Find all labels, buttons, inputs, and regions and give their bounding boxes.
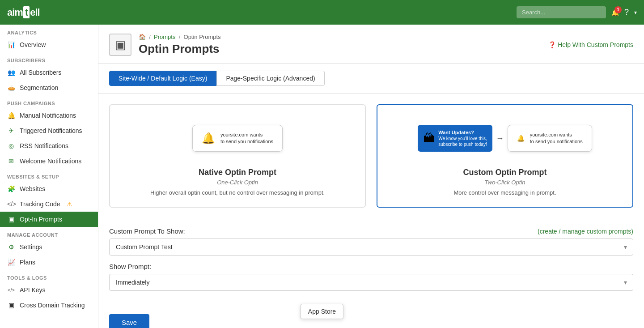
custom-card-subtitle: Two-Click Optin <box>485 179 525 186</box>
native-prompt-card[interactable]: 🔔 yoursite.com wants to send you notific… <box>109 104 366 208</box>
custom-bell-icon: 🔔 <box>517 135 525 142</box>
websites-icon: 🧩 <box>7 185 15 192</box>
manage-custom-prompts-link[interactable]: (create / manage custom prompts) <box>538 228 633 235</box>
sidebar-label-opt-in-prompts: Opt-In Prompts <box>20 216 62 223</box>
native-prompt-preview: 🔔 yoursite.com wants to send you notific… <box>192 125 283 152</box>
sidebar: ANALYTICS 📊 Overview SUBSCRIBERS 👥 All S… <box>0 25 98 328</box>
native-site-text: yoursite.com wants <box>220 132 273 138</box>
sidebar-label-rss-notifications: RSS Notifications <box>20 142 68 149</box>
custom-prompt-image: 🏔 Want Updates? We know you'll love this… <box>418 116 592 161</box>
native-prompt-text: yoursite.com wants to send you notificat… <box>220 132 273 145</box>
content-header: ▣ 🏠 / Prompts / Optin Prompts Optin Prom… <box>98 25 644 64</box>
sidebar-item-triggered-notifications[interactable]: ✈ Triggered Notifications <box>0 123 98 138</box>
opt-in-prompts-icon: ▣ <box>7 216 15 223</box>
custom-prompt-label: Custom Prompt To Show: <box>109 227 185 235</box>
sidebar-item-welcome-notifications[interactable]: ✉ Welcome Notifications <box>0 153 98 169</box>
title-area: 🏠 / Prompts / Optin Prompts Optin Prompt… <box>139 34 221 56</box>
tracking-code-warning-icon: ⚠ <box>67 200 72 208</box>
segmentation-icon: 🥧 <box>7 84 15 91</box>
mountain-icon: 🏔 <box>423 131 435 145</box>
top-bar-search[interactable] <box>517 6 606 18</box>
app-store-tooltip: App Store <box>301 304 343 319</box>
app-store-label: App Store <box>308 308 336 315</box>
sidebar-label-overview: Overview <box>20 41 46 48</box>
sidebar-label-manual-notifications: Manual Notifications <box>20 112 76 119</box>
page-icon: ▣ <box>109 34 131 56</box>
custom-card-title: Custom Optin Prompt <box>463 168 547 177</box>
native-card-subtitle: One-Click Optin <box>217 179 258 186</box>
sidebar-section-analytics: ANALYTICS <box>0 25 98 37</box>
sidebar-item-overview[interactable]: 📊 Overview <box>0 37 98 52</box>
custom-prompt-preview: 🏔 Want Updates? We know you'll love this… <box>418 125 592 152</box>
sidebar-label-welcome-notifications: Welcome Notifications <box>20 158 81 165</box>
show-prompt-label-row: Show Prompt: <box>109 263 633 270</box>
logo-text: aimtell <box>7 7 40 18</box>
home-icon: 🏠 <box>139 34 146 40</box>
manual-notif-icon: 🔔 <box>7 112 15 119</box>
sidebar-item-websites[interactable]: 🧩 Websites <box>0 181 98 196</box>
sidebar-label-cross-domain-tracking: Cross Domain Tracking <box>20 302 85 309</box>
native-prompt-image: 🔔 yoursite.com wants to send you notific… <box>192 116 283 161</box>
custom-card-description: More control over messaging in prompt. <box>453 189 556 196</box>
logo: aimtell <box>7 7 40 18</box>
all-subscribers-icon: 👥 <box>7 69 15 76</box>
custom-followup-text: yoursite.com wants to send you notificat… <box>530 132 583 145</box>
custom-prompt-card[interactable]: 🏔 Want Updates? We know you'll love this… <box>377 104 633 208</box>
breadcrumb: 🏠 / Prompts / Optin Prompts <box>139 34 221 40</box>
page-title: Optin Prompts <box>139 42 221 56</box>
sidebar-label-tracking-code: Tracking Code <box>20 200 60 208</box>
custom-site-text: yoursite.com wants <box>530 132 583 138</box>
account-dropdown[interactable]: ▾ <box>634 9 637 16</box>
custom-prompt-select[interactable]: Custom Prompt Test <box>109 239 633 256</box>
settings-icon: ⚙ <box>7 243 15 251</box>
sidebar-label-settings: Settings <box>20 243 42 251</box>
custom-main-text: Want Updates? We know you'll love this, … <box>438 129 487 147</box>
sidebar-section-push-campaigns: PUSH CAMPAIGNS <box>0 95 98 108</box>
custom-main-box: 🏔 Want Updates? We know you'll love this… <box>418 125 492 152</box>
custom-want-updates: Want Updates? <box>438 130 474 135</box>
cards-area: 🔔 yoursite.com wants to send you notific… <box>98 94 644 218</box>
sidebar-item-opt-in-prompts[interactable]: ▣ Opt-In Prompts <box>0 212 98 227</box>
custom-prompt-select-wrapper: Custom Prompt Test <box>109 239 633 256</box>
sidebar-item-api-keys[interactable]: </> API Keys <box>0 282 98 298</box>
tracking-code-icon: </> <box>7 200 15 208</box>
notification-badge: 1 <box>614 6 622 13</box>
sidebar-item-all-subscribers[interactable]: 👥 All Subscribers <box>0 65 98 80</box>
breadcrumb-prompts[interactable]: Prompts <box>154 34 175 40</box>
custom-sub1: We know you'll love this, <box>438 136 487 141</box>
help-icon[interactable]: ? <box>624 8 629 17</box>
native-bell-icon: 🔔 <box>202 132 215 145</box>
custom-followup-box: 🔔 yoursite.com wants to send you notific… <box>508 125 592 152</box>
sidebar-item-settings[interactable]: ⚙ Settings <box>0 239 98 255</box>
sidebar-label-triggered-notifications: Triggered Notifications <box>20 127 82 134</box>
main-area: ANALYTICS 📊 Overview SUBSCRIBERS 👥 All S… <box>0 25 644 328</box>
top-bar: aimtell 🔔 1 ? ▾ <box>0 0 644 25</box>
sidebar-section-websites-setup: WEBSITES & SETUP <box>0 169 98 181</box>
plans-icon: 📈 <box>7 259 15 266</box>
show-prompt-select[interactable]: Immediately <box>109 274 633 291</box>
sidebar-item-segmentation[interactable]: 🥧 Segmentation <box>0 80 98 95</box>
tab-site-wide[interactable]: Site-Wide / Default Logic (Easy) <box>109 71 216 86</box>
sidebar-item-rss-notifications[interactable]: ◎ RSS Notifications <box>0 138 98 153</box>
sidebar-item-plans[interactable]: 📈 Plans <box>0 255 98 270</box>
help-circle-icon: ❓ <box>548 41 556 48</box>
help-with-custom-prompts-link[interactable]: ❓ Help With Custom Prompts <box>548 41 633 48</box>
custom-prompt-label-row: Custom Prompt To Show: (create / manage … <box>109 227 633 235</box>
header-right: ❓ Help With Custom Prompts <box>548 41 633 48</box>
app-wrapper: aimtell 🔔 1 ? ▾ ANALYTICS 📊 Overview SUB… <box>0 0 644 328</box>
tab-page-specific[interactable]: Page-Specific Logic (Advanced) <box>216 71 324 86</box>
show-prompt-label: Show Prompt: <box>109 263 151 270</box>
show-prompt-select-wrapper: Immediately <box>109 274 633 291</box>
sidebar-label-api-keys: API Keys <box>20 286 46 294</box>
top-bar-icons: 🔔 1 ? ▾ <box>611 8 637 17</box>
arrow-right-icon: → <box>496 134 504 143</box>
main-content: ▣ 🏠 / Prompts / Optin Prompts Optin Prom… <box>98 25 644 328</box>
native-card-description: Higher overall optin count, but no contr… <box>150 189 325 196</box>
tabs-bar: Site-Wide / Default Logic (Easy) Page-Sp… <box>98 64 644 94</box>
save-button[interactable]: Save <box>109 314 149 328</box>
sidebar-item-cross-domain-tracking[interactable]: ▣ Cross Domain Tracking <box>0 298 98 313</box>
notification-bell[interactable]: 🔔 1 <box>611 9 619 16</box>
sidebar-item-tracking-code[interactable]: </> Tracking Code ⚠ <box>0 196 98 212</box>
sidebar-item-manual-notifications[interactable]: 🔔 Manual Notifications <box>0 108 98 123</box>
sidebar-label-all-subscribers: All Subscribers <box>20 69 61 76</box>
